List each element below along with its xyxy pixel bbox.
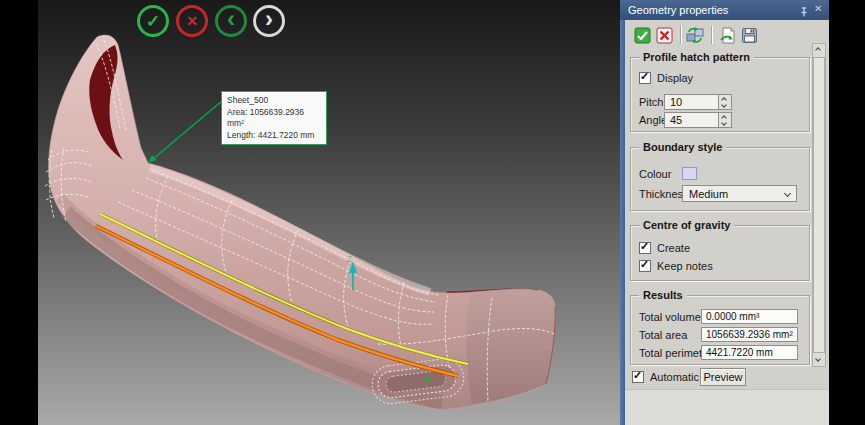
- toolbar-separator: [711, 26, 712, 44]
- create-checkbox[interactable]: ✓: [639, 242, 651, 254]
- spin-down-icon: [721, 102, 727, 108]
- check-icon: ✓: [640, 240, 649, 253]
- save-icon: [741, 27, 758, 44]
- group-profile-hatch-pattern: Profile hatch pattern ✓ Display Pitch 10…: [630, 57, 810, 132]
- angle-value: 45: [670, 114, 682, 126]
- pitch-spinner[interactable]: 10: [664, 94, 732, 110]
- total-perimeter-field[interactable]: 4421.7220 mm: [701, 345, 798, 360]
- thickness-value: Medium: [689, 188, 728, 200]
- group-boundary-style: Boundary style Colour Thickness Medium: [630, 147, 810, 211]
- total-volume-field[interactable]: 0.0000 mm³: [701, 309, 798, 324]
- cancel-button[interactable]: ✕: [176, 5, 208, 37]
- geometry-properties-panel: Geometry properties ✕: [620, 0, 829, 425]
- chevron-left-icon: ‹: [227, 7, 235, 31]
- cross-icon: ✕: [186, 14, 198, 28]
- angle-spinner[interactable]: 45: [664, 112, 732, 128]
- z-axis-label: Z: [347, 254, 353, 264]
- automatic-label: Automatic: [650, 371, 699, 383]
- confirm-button[interactable]: ✓: [137, 5, 169, 37]
- automatic-checkbox[interactable]: ✓: [632, 371, 644, 383]
- apply-button[interactable]: [632, 25, 652, 45]
- pin-icon[interactable]: [798, 4, 810, 16]
- load-button[interactable]: [717, 25, 737, 45]
- group-title: Boundary style: [639, 141, 726, 153]
- back-button[interactable]: ‹: [215, 5, 247, 37]
- total-perimeter-value: 4421.7220 mm: [706, 347, 773, 358]
- check-icon: ✓: [633, 369, 642, 382]
- measurement-callout: Sheet_500 Area: 1056639.2936 mm² Length:…: [222, 92, 326, 144]
- group-results: Results Total volume 0.0000 mm³ Total ar…: [630, 295, 810, 365]
- preview-button[interactable]: Preview: [700, 368, 746, 386]
- group-title: Profile hatch pattern: [639, 51, 754, 63]
- pitch-value: 10: [670, 96, 682, 108]
- check-icon: ✓: [640, 258, 649, 271]
- cancel-icon: [656, 27, 673, 44]
- total-area-value: 1056639.2936 mm²: [706, 329, 793, 340]
- display-label: Display: [657, 72, 693, 84]
- scrollbar-thumb[interactable]: [813, 57, 825, 353]
- colour-swatch[interactable]: [682, 167, 697, 180]
- keep-notes-checkbox[interactable]: ✓: [639, 260, 651, 272]
- angle-spin-buttons[interactable]: [718, 113, 731, 127]
- save-button[interactable]: [739, 25, 759, 45]
- toolbar-separator: [680, 26, 681, 44]
- callout-length: Length: 4421.7220 mm: [227, 130, 321, 142]
- recalculate-icon: [686, 27, 704, 44]
- callout-name: Sheet_500: [227, 95, 321, 107]
- spin-down-icon: [721, 120, 727, 126]
- group-centre-of-gravity: Centre of gravity ✓ Create ✓ Keep notes: [630, 225, 810, 281]
- scroll-up-button[interactable]: [813, 44, 825, 57]
- callout-area: Area: 1056639.2936 mm²: [227, 107, 321, 130]
- thickness-select[interactable]: Medium: [682, 185, 797, 202]
- group-title: Centre of gravity: [639, 219, 734, 231]
- panel-titlebar[interactable]: Geometry properties ✕: [620, 0, 829, 20]
- chevron-down-icon: [815, 356, 821, 362]
- group-title: Results: [639, 289, 687, 301]
- chevron-up-icon: [815, 47, 821, 53]
- display-checkbox[interactable]: ✓: [639, 72, 651, 84]
- panel-title: Geometry properties: [628, 4, 728, 16]
- total-area-label: Total area: [639, 329, 687, 341]
- colour-label: Colour: [639, 168, 671, 180]
- scroll-down-button[interactable]: [813, 353, 825, 366]
- chevron-right-icon: ›: [265, 7, 273, 31]
- panel-body: Profile hatch pattern ✓ Display Pitch 10…: [625, 20, 829, 425]
- panel-footer-area: [625, 389, 829, 425]
- close-icon[interactable]: ✕: [814, 3, 822, 14]
- open-icon: [719, 27, 736, 44]
- total-area-field[interactable]: 1056639.2936 mm²: [701, 327, 798, 342]
- forward-button[interactable]: ›: [253, 5, 285, 37]
- pitch-label: Pitch: [639, 96, 663, 108]
- app-window: Z ✓ ✕ ‹ › Sheet_500 Area: 1056639.2936 m…: [0, 0, 865, 425]
- chevron-down-icon: [784, 190, 791, 197]
- angle-label: Angle: [639, 114, 667, 126]
- check-icon: ✓: [640, 70, 649, 83]
- check-icon: ✓: [146, 13, 160, 30]
- recalculate-button[interactable]: [685, 25, 705, 45]
- keep-notes-label: Keep notes: [657, 260, 713, 272]
- cancel-panel-button[interactable]: [654, 25, 674, 45]
- ok-icon: [634, 27, 651, 44]
- pitch-spin-buttons[interactable]: [718, 95, 731, 109]
- total-volume-value: 0.0000 mm³: [706, 311, 759, 322]
- cog-marker: [426, 378, 429, 381]
- create-label: Create: [657, 242, 690, 254]
- total-volume-label: Total volume: [639, 311, 701, 323]
- panel-scrollbar[interactable]: [812, 43, 826, 367]
